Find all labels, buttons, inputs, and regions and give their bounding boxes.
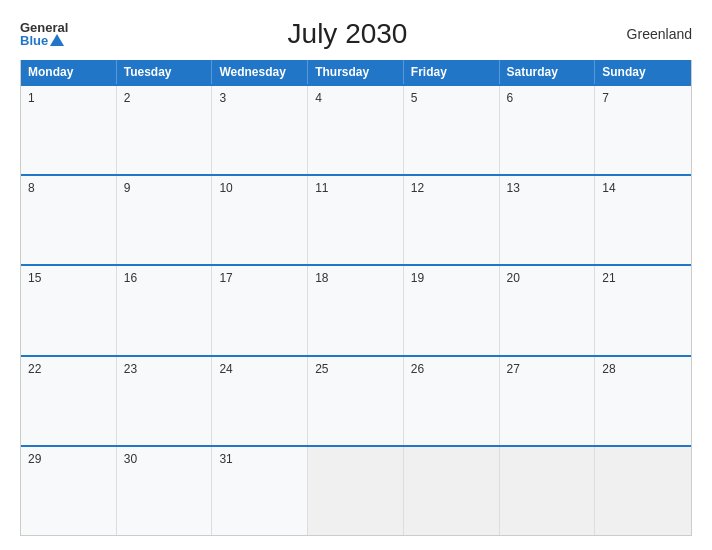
day-number: 1 (28, 91, 109, 105)
cal-cell[interactable]: 6 (500, 86, 596, 174)
cal-cell[interactable]: 22 (21, 357, 117, 445)
cal-cell[interactable]: 28 (595, 357, 691, 445)
day-number: 9 (124, 181, 205, 195)
logo-triangle-icon (50, 34, 64, 46)
cal-week-3: 15161718192021 (21, 264, 691, 354)
col-monday: Monday (21, 60, 117, 84)
calendar-grid: Monday Tuesday Wednesday Thursday Friday… (20, 60, 692, 536)
cal-cell[interactable]: 16 (117, 266, 213, 354)
day-number: 2 (124, 91, 205, 105)
cal-cell[interactable]: 29 (21, 447, 117, 535)
cal-cell[interactable]: 20 (500, 266, 596, 354)
cal-week-1: 1234567 (21, 84, 691, 174)
day-number: 28 (602, 362, 684, 376)
cal-cell[interactable] (595, 447, 691, 535)
day-number: 12 (411, 181, 492, 195)
cal-cell[interactable]: 19 (404, 266, 500, 354)
day-number: 8 (28, 181, 109, 195)
cal-cell[interactable]: 23 (117, 357, 213, 445)
calendar-body: 1234567891011121314151617181920212223242… (21, 84, 691, 535)
day-number: 29 (28, 452, 109, 466)
logo-blue-text: Blue (20, 34, 68, 47)
cal-cell[interactable]: 31 (212, 447, 308, 535)
day-number: 26 (411, 362, 492, 376)
calendar-header-row: Monday Tuesday Wednesday Thursday Friday… (21, 60, 691, 84)
day-number: 21 (602, 271, 684, 285)
cal-cell[interactable]: 5 (404, 86, 500, 174)
cal-cell[interactable]: 13 (500, 176, 596, 264)
cal-cell[interactable]: 9 (117, 176, 213, 264)
cal-cell[interactable] (308, 447, 404, 535)
day-number: 3 (219, 91, 300, 105)
day-number: 27 (507, 362, 588, 376)
day-number: 25 (315, 362, 396, 376)
cal-cell[interactable]: 1 (21, 86, 117, 174)
day-number: 4 (315, 91, 396, 105)
cal-cell[interactable]: 4 (308, 86, 404, 174)
col-saturday: Saturday (500, 60, 596, 84)
day-number: 23 (124, 362, 205, 376)
cal-cell[interactable]: 11 (308, 176, 404, 264)
day-number: 18 (315, 271, 396, 285)
calendar-title: July 2030 (288, 18, 408, 50)
day-number: 10 (219, 181, 300, 195)
day-number: 31 (219, 452, 300, 466)
calendar-page: General Blue July 2030 Greenland Monday … (0, 0, 712, 550)
cal-cell[interactable]: 2 (117, 86, 213, 174)
cal-week-4: 22232425262728 (21, 355, 691, 445)
logo: General Blue (20, 21, 68, 47)
col-tuesday: Tuesday (117, 60, 213, 84)
day-number: 19 (411, 271, 492, 285)
cal-cell[interactable]: 3 (212, 86, 308, 174)
day-number: 16 (124, 271, 205, 285)
day-number: 6 (507, 91, 588, 105)
col-sunday: Sunday (595, 60, 691, 84)
cal-cell[interactable]: 12 (404, 176, 500, 264)
cal-cell[interactable]: 25 (308, 357, 404, 445)
day-number: 14 (602, 181, 684, 195)
day-number: 15 (28, 271, 109, 285)
cal-week-5: 293031 (21, 445, 691, 535)
cal-cell[interactable]: 10 (212, 176, 308, 264)
cal-cell[interactable]: 21 (595, 266, 691, 354)
day-number: 24 (219, 362, 300, 376)
cal-cell[interactable]: 26 (404, 357, 500, 445)
cal-cell[interactable]: 14 (595, 176, 691, 264)
day-number: 17 (219, 271, 300, 285)
page-header: General Blue July 2030 Greenland (20, 18, 692, 50)
day-number: 5 (411, 91, 492, 105)
day-number: 22 (28, 362, 109, 376)
cal-cell[interactable] (404, 447, 500, 535)
day-number: 11 (315, 181, 396, 195)
day-number: 30 (124, 452, 205, 466)
cal-cell[interactable]: 17 (212, 266, 308, 354)
region-label: Greenland (627, 26, 692, 42)
cal-cell[interactable]: 7 (595, 86, 691, 174)
cal-cell[interactable]: 15 (21, 266, 117, 354)
cal-cell[interactable]: 8 (21, 176, 117, 264)
day-number: 20 (507, 271, 588, 285)
cal-cell[interactable] (500, 447, 596, 535)
col-friday: Friday (404, 60, 500, 84)
col-wednesday: Wednesday (212, 60, 308, 84)
cal-week-2: 891011121314 (21, 174, 691, 264)
cal-cell[interactable]: 30 (117, 447, 213, 535)
cal-cell[interactable]: 24 (212, 357, 308, 445)
cal-cell[interactable]: 18 (308, 266, 404, 354)
day-number: 13 (507, 181, 588, 195)
cal-cell[interactable]: 27 (500, 357, 596, 445)
day-number: 7 (602, 91, 684, 105)
col-thursday: Thursday (308, 60, 404, 84)
